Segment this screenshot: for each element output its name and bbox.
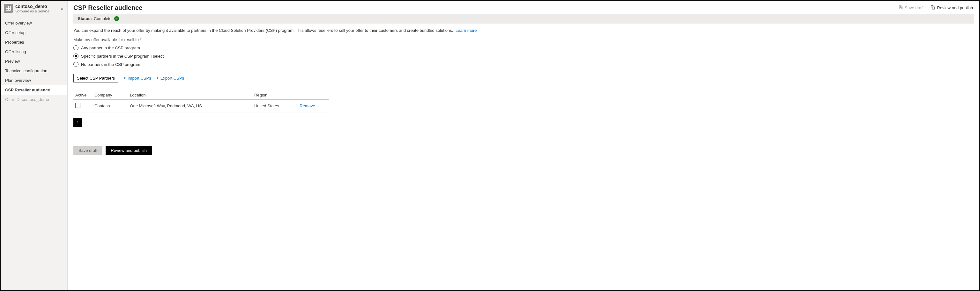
nav-offer-setup[interactable]: Offer setup bbox=[1, 28, 67, 38]
pagination: 1 bbox=[73, 118, 329, 127]
row-active-checkbox[interactable] bbox=[75, 103, 80, 108]
nav-properties[interactable]: Properties bbox=[1, 38, 67, 47]
nav-csp-reseller-audience[interactable]: CSP Reseller audience bbox=[1, 85, 67, 95]
radio-any-partner-label: Any partner in the CSP program bbox=[81, 46, 140, 50]
product-logo-icon bbox=[4, 4, 13, 13]
col-company: Company bbox=[94, 91, 130, 100]
table-row: Contoso One Microsoft Way, Redmond, WA, … bbox=[73, 100, 329, 112]
radio-specific-partners[interactable]: Specific partners in the CSP program I s… bbox=[73, 54, 974, 59]
radio-any-partner[interactable]: Any partner in the CSP program bbox=[73, 45, 974, 50]
nav-offer-overview[interactable]: Offer overview bbox=[1, 19, 67, 28]
save-draft-top-label: Save draft bbox=[905, 5, 924, 10]
sidebar-header: contoso_demo Software as a Service bbox=[1, 2, 67, 17]
review-publish-bottom-button[interactable]: Review and publish bbox=[106, 146, 152, 155]
resell-label: Make my offer available for resell to * bbox=[73, 37, 974, 42]
select-csp-partners-button[interactable]: Select CSP Partners bbox=[73, 74, 118, 82]
resell-radio-group: Any partner in the CSP program Specific … bbox=[73, 45, 974, 67]
radio-icon bbox=[73, 54, 78, 59]
review-publish-top-button[interactable]: Review and publish bbox=[930, 4, 974, 12]
radio-specific-partners-label: Specific partners in the CSP program I s… bbox=[81, 54, 164, 59]
swap-icon[interactable] bbox=[60, 7, 64, 12]
nav-offer-id: Offer ID: contoso_demo bbox=[1, 95, 67, 104]
publish-icon bbox=[931, 5, 935, 11]
radio-icon bbox=[73, 45, 78, 50]
main-content: CSP Reseller audience Save draft bbox=[68, 1, 979, 290]
save-draft-bottom-button: Save draft bbox=[73, 146, 102, 155]
svg-rect-3 bbox=[9, 9, 11, 11]
nav-plan-overview[interactable]: Plan overview bbox=[1, 76, 67, 85]
row-company: Contoso bbox=[94, 100, 130, 112]
radio-no-partners[interactable]: No partners in the CSP program bbox=[73, 62, 974, 67]
review-publish-top-label: Review and publish bbox=[937, 5, 973, 10]
upload-icon bbox=[123, 76, 126, 81]
row-region: United States bbox=[254, 100, 299, 112]
col-location: Location bbox=[130, 91, 254, 100]
download-icon bbox=[156, 76, 159, 81]
row-remove-button[interactable]: Remove bbox=[299, 103, 315, 108]
save-draft-icon bbox=[898, 5, 903, 11]
status-value: Complete bbox=[94, 16, 111, 21]
row-location: One Microsoft Way, Redmond, WA, US bbox=[130, 100, 254, 112]
status-complete-icon bbox=[114, 16, 119, 21]
radio-no-partners-label: No partners in the CSP program bbox=[81, 62, 140, 67]
svg-rect-2 bbox=[6, 9, 8, 11]
page-1-button[interactable]: 1 bbox=[73, 118, 82, 127]
svg-rect-4 bbox=[932, 7, 935, 9]
sidebar-title: contoso_demo bbox=[15, 4, 49, 9]
import-csps-label: Import CSPs bbox=[127, 76, 151, 81]
col-active: Active bbox=[73, 91, 94, 100]
sidebar: contoso_demo Software as a Service Offer… bbox=[1, 1, 68, 290]
nav-preview[interactable]: Preview bbox=[1, 57, 67, 66]
intro-body: You can expand the reach of your offer b… bbox=[73, 28, 453, 33]
nav-technical-configuration[interactable]: Technical configuration bbox=[1, 66, 67, 76]
sidebar-nav: Offer overview Offer setup Properties Of… bbox=[1, 19, 67, 104]
import-csps-button[interactable]: Import CSPs bbox=[123, 76, 151, 81]
status-label: Status: bbox=[78, 16, 92, 21]
radio-icon bbox=[73, 62, 78, 67]
learn-more-link[interactable]: Learn more bbox=[455, 28, 477, 33]
csp-partners-table: Active Company Location Region Contoso O… bbox=[73, 91, 329, 112]
save-draft-top-button: Save draft bbox=[898, 4, 924, 12]
svg-rect-1 bbox=[9, 6, 11, 8]
col-region: Region bbox=[254, 91, 299, 100]
export-csps-button[interactable]: Export CSPs bbox=[156, 76, 184, 81]
intro-text: You can expand the reach of your offer b… bbox=[73, 28, 974, 33]
page-title: CSP Reseller audience bbox=[73, 4, 142, 11]
sidebar-subtitle: Software as a Service bbox=[15, 9, 49, 13]
svg-rect-0 bbox=[6, 6, 8, 8]
export-csps-label: Export CSPs bbox=[161, 76, 184, 81]
status-bar: Status: Complete bbox=[73, 14, 974, 24]
nav-offer-listing[interactable]: Offer listing bbox=[1, 47, 67, 57]
